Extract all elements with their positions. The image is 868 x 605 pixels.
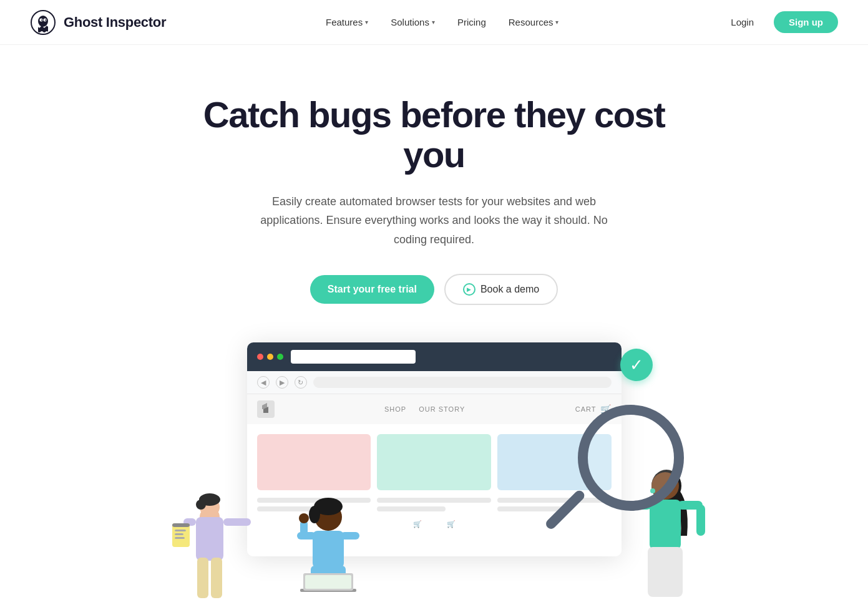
svg-point-22: [309, 506, 320, 523]
person-left: [154, 461, 266, 605]
url-input: [313, 377, 612, 388]
nav-actions: Login Sign up: [718, 11, 838, 33]
logo-text: Ghost Inspector: [64, 14, 166, 31]
success-badge: ✓: [620, 349, 653, 381]
svg-rect-15: [172, 523, 190, 527]
svg-point-1: [38, 16, 48, 27]
browser-toolbar: ◀ ▶ ↻: [247, 371, 622, 394]
nav-features[interactable]: Features ▾: [317, 12, 377, 32]
hero-title: Catch bugs before they cost you: [185, 95, 684, 175]
magnifier-lens: [578, 405, 684, 511]
nav-resources[interactable]: Resources ▾: [500, 12, 568, 32]
refresh-btn: ↻: [295, 376, 307, 389]
person-middle: [266, 486, 391, 605]
product-card-2: [377, 434, 491, 490]
nav-shop: SHOP: [384, 405, 406, 413]
nav-our-story: OUR STORY: [419, 405, 465, 413]
svg-rect-23: [313, 531, 344, 568]
forward-btn: ▶: [276, 376, 288, 389]
start-trial-button[interactable]: Start your free trial: [310, 275, 434, 304]
navbar: Ghost Inspector Features ▾ Solutions ▾ P…: [0, 0, 868, 45]
svg-rect-31: [305, 575, 351, 589]
svg-rect-18: [175, 537, 185, 539]
svg-rect-12: [211, 558, 222, 598]
nav-solutions[interactable]: Solutions ▾: [382, 12, 444, 32]
magnifier-handle: [544, 489, 586, 531]
site-nav-items: SHOP OUR STORY: [384, 405, 465, 413]
svg-rect-19: [223, 518, 251, 526]
svg-rect-17: [175, 533, 183, 535]
browser-dots: [257, 354, 283, 360]
dot-red: [257, 354, 263, 360]
cart-item-2: 🛒: [447, 520, 456, 528]
hero-illustration: ✓ ◀ ▶ ↻: [154, 342, 715, 605]
signup-button[interactable]: Sign up: [774, 11, 838, 33]
svg-rect-16: [175, 530, 186, 531]
dot-green: [277, 354, 283, 360]
site-logo: [257, 400, 275, 418]
svg-point-27: [299, 513, 309, 523]
svg-point-4: [41, 19, 42, 21]
browser-title-bar: [247, 342, 622, 371]
login-button[interactable]: Login: [718, 11, 766, 33]
info-line: [377, 498, 491, 503]
hero-section: Catch bugs before they cost you Easily c…: [0, 45, 868, 605]
product-info-2: [377, 498, 491, 515]
hero-subtitle: Easily create automated browser tests fo…: [260, 192, 609, 249]
nav-pricing[interactable]: Pricing: [449, 12, 495, 32]
svg-rect-36: [648, 547, 683, 597]
hero-cta: Start your free trial ▶ Book a demo: [15, 274, 853, 305]
svg-rect-10: [196, 517, 223, 561]
chevron-down-icon: ▾: [555, 19, 558, 26]
book-demo-button[interactable]: ▶ Book a demo: [444, 274, 558, 305]
svg-point-5: [45, 19, 46, 21]
svg-point-9: [196, 500, 206, 510]
ghost-inspector-logo-icon: [30, 9, 56, 36]
product-card-1: [257, 434, 371, 490]
svg-rect-11: [197, 558, 208, 598]
svg-rect-38: [696, 505, 705, 536]
magnifier-illustration: [547, 405, 684, 542]
logo-link[interactable]: Ghost Inspector: [30, 9, 166, 36]
svg-rect-25: [341, 532, 359, 540]
back-btn: ◀: [257, 376, 270, 389]
dot-yellow: [267, 354, 273, 360]
play-icon: ▶: [463, 283, 475, 296]
nav-links: Features ▾ Solutions ▾ Pricing Resources…: [317, 12, 567, 32]
cart-item-1: 🛒: [413, 520, 422, 528]
chevron-down-icon: ▾: [365, 19, 368, 26]
chevron-down-icon: ▾: [432, 19, 435, 26]
url-bar: [291, 350, 416, 364]
